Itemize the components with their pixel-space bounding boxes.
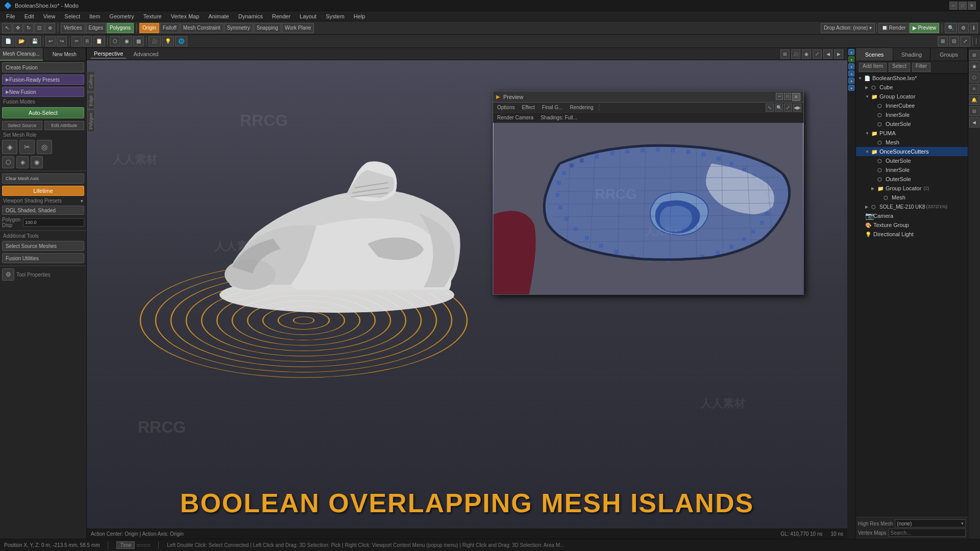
tree-item-group-locator[interactable]: ▼ 📁 Group Locator: [856, 92, 968, 101]
tree-item-group-locator2[interactable]: ▶ 📁 Group Locator (2): [856, 184, 968, 193]
viewport-tab-perspective[interactable]: Perspective: [91, 49, 126, 59]
viewport-icon-camera[interactable]: 🎥: [791, 49, 800, 59]
sub-panel-btn7[interactable]: ◀: [969, 117, 979, 128]
env-btn[interactable]: 🌐: [175, 36, 187, 46]
mesh-role-sm2[interactable]: ◈: [16, 156, 29, 168]
paste-btn[interactable]: 📋: [93, 36, 105, 46]
view-icons[interactable]: ⊞: [938, 36, 948, 46]
fusion-utilities-btn[interactable]: Fusion Utilities: [2, 253, 84, 263]
mesh-role-sm1[interactable]: ⬡: [2, 156, 14, 168]
menu-item[interactable]: Item: [85, 12, 104, 20]
filter-btn[interactable]: Filter: [912, 63, 930, 72]
select-tool-btn[interactable]: ↖: [2, 23, 12, 33]
preview-close-btn[interactable]: ✕: [792, 93, 800, 101]
falloff-btn[interactable]: Falloff: [160, 23, 180, 33]
minimize-button[interactable]: ─: [949, 2, 958, 10]
viewport-icon-render[interactable]: ◉: [802, 49, 811, 59]
scene-dot6[interactable]: ●: [848, 85, 854, 91]
close-button[interactable]: ✕: [968, 2, 976, 10]
add-item-btn[interactable]: Add Item: [859, 63, 887, 72]
preview-btn[interactable]: ▶ Preview: [910, 23, 939, 33]
tab-new-mesh[interactable]: New Mesh: [43, 48, 87, 61]
menu-help[interactable]: Help: [350, 12, 370, 20]
tree-item-innersole2[interactable]: ⬡ InnerSole: [856, 165, 968, 174]
menu-view[interactable]: View: [39, 12, 60, 20]
select-source-meshes-btn[interactable]: Select Source Meshes: [2, 241, 84, 251]
tree-item-camera[interactable]: 📷 Camera: [856, 211, 968, 220]
work-plane-btn[interactable]: Work Plane: [282, 23, 314, 33]
viewport-icon-grid[interactable]: ⊞: [780, 49, 790, 59]
open-btn[interactable]: 📂: [15, 36, 28, 46]
shading-mode-btn[interactable]: OGL Shaded, Shaded: [2, 206, 84, 215]
tree-item-outersole1[interactable]: ⬡ OuterSole: [856, 119, 968, 129]
tree-item-booleanshoe[interactable]: ▼ 📄 BooleanShoe.lxo*: [856, 73, 968, 83]
move-tool-btn[interactable]: ✥: [13, 23, 23, 33]
scene-dot1[interactable]: ●: [848, 49, 854, 55]
redo-btn[interactable]: ↪: [57, 36, 67, 46]
tab-shading[interactable]: Shading: [893, 48, 930, 61]
mesh-role-cutter[interactable]: ✂: [19, 140, 35, 154]
select-btn[interactable]: Select: [889, 63, 910, 72]
menu-animate[interactable]: Animate: [204, 12, 233, 20]
menu-select[interactable]: Select: [60, 12, 84, 20]
new-btn[interactable]: 📄: [2, 36, 14, 46]
edit-attribute-btn[interactable]: Edit Attribute: [44, 121, 85, 130]
vertices-btn[interactable]: Vertices: [61, 23, 85, 33]
tab-mesh-cleanup[interactable]: Mesh Cleanup...: [0, 48, 43, 61]
fullscreen-btn[interactable]: ⤢: [960, 36, 970, 46]
tree-item-mesh2[interactable]: ⬡ Mesh: [856, 193, 968, 202]
viewport-icon-expand[interactable]: ⤢: [813, 49, 822, 59]
sub-panel-btn6[interactable]: ⊟: [969, 106, 979, 116]
preview-camera-sub[interactable]: Render Camera: [495, 114, 535, 121]
polygon-disp-input[interactable]: [23, 218, 84, 227]
scene-dot5[interactable]: ●: [848, 78, 854, 84]
preview-minimize-btn[interactable]: ─: [776, 93, 783, 100]
preview-effect-btn[interactable]: Effect: [520, 104, 536, 111]
menu-render[interactable]: Render: [268, 12, 295, 20]
tree-item-cube[interactable]: ▶ ⬡ Cube: [856, 83, 968, 92]
create-fusion-btn[interactable]: Create Fusion: [2, 62, 84, 72]
tree-item-outersole2[interactable]: ⬡ OuterSole: [856, 156, 968, 165]
edge-tab-polygon[interactable]: Polygon: [87, 110, 95, 133]
render-btn[interactable]: 🔲 Render: [878, 23, 909, 33]
menu-vertexmap[interactable]: Vertex Map: [167, 12, 204, 20]
tree-item-innercubee[interactable]: ⬡ InnerCubee: [856, 101, 968, 110]
tab-scenes[interactable]: Scenes: [856, 48, 893, 61]
preview-nav-btn3[interactable]: ⤢: [784, 104, 792, 112]
copy-btn[interactable]: ⎘: [83, 36, 92, 46]
mesh-role-source[interactable]: ◈: [2, 140, 17, 154]
cut-btn[interactable]: ✂: [71, 36, 82, 46]
preview-final-btn[interactable]: Final G...: [540, 104, 565, 111]
clear-mesh-axis-btn[interactable]: Clear Mesh Axis: [2, 173, 84, 184]
scene-dot4[interactable]: ●: [848, 70, 854, 77]
preview-nav-btn4[interactable]: ◀▶: [793, 104, 801, 112]
settings-icon-btn[interactable]: ⚙: [958, 23, 969, 33]
high-res-mesh-select[interactable]: (none) ▾: [895, 519, 966, 528]
drop-action-btn[interactable]: Drop Action: (none) ▾: [821, 23, 875, 33]
vertex-maps-search[interactable]: [889, 529, 966, 537]
light-btn[interactable]: 💡: [162, 36, 174, 46]
symmetry-btn[interactable]: Symmetry: [224, 23, 253, 33]
viewport-icon-nav[interactable]: ◀: [823, 49, 832, 59]
time-label[interactable]: Time: [116, 541, 135, 549]
scene-dot3[interactable]: ●: [848, 63, 854, 69]
mesh-role-sm3[interactable]: ◉: [31, 156, 43, 168]
select-source-btn[interactable]: Select Source: [2, 121, 42, 130]
mesh-constraint-btn[interactable]: Mesh Constraint: [180, 23, 224, 33]
rotate-tool-btn[interactable]: ↻: [23, 23, 34, 33]
menu-dynamics[interactable]: Dynamics: [234, 12, 267, 20]
maximize-button[interactable]: □: [959, 2, 967, 10]
menu-layout[interactable]: Layout: [296, 12, 321, 20]
preview-shading-sub[interactable]: Shadings: Full...: [538, 114, 579, 121]
tree-item-oncesourcecutters[interactable]: ▼ 📁 OnceSourceCutters: [856, 147, 968, 156]
preview-nav-btn2[interactable]: 🔍: [775, 104, 783, 112]
preview-rendering-btn[interactable]: Rendering: [568, 104, 595, 111]
menu-texture[interactable]: Texture: [139, 12, 166, 20]
tab-groups[interactable]: Groups: [930, 48, 968, 61]
menu-system[interactable]: System: [322, 12, 349, 20]
shading-expand-icon[interactable]: ▾: [81, 198, 83, 204]
scale-tool-btn[interactable]: ⊡: [34, 23, 44, 33]
tree-item-mesh-puma[interactable]: ⬡ Mesh: [856, 138, 968, 147]
preview-options-btn[interactable]: Options: [495, 104, 517, 111]
sub-panel-btn5[interactable]: 🔔: [969, 95, 979, 105]
